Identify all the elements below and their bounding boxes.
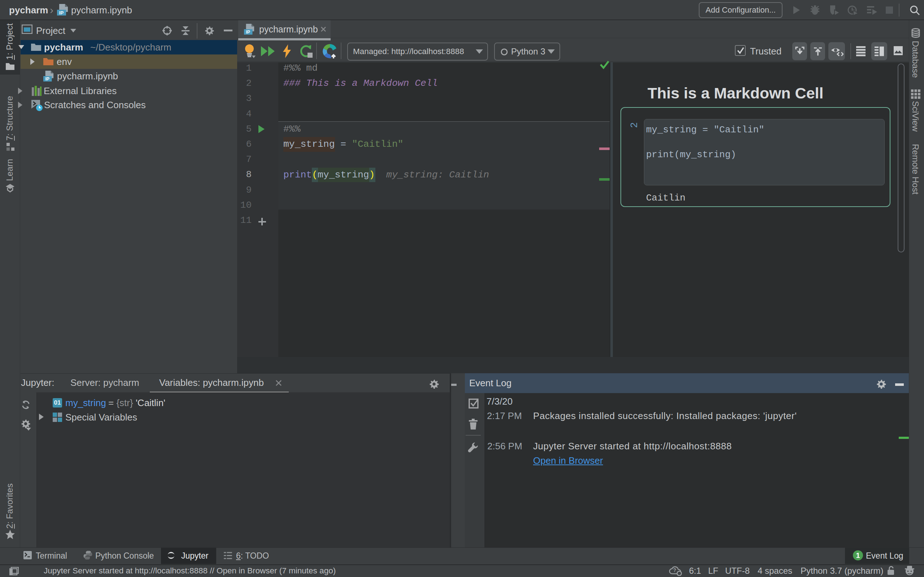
svg-text:?: ? <box>673 567 677 573</box>
svg-text:IP: IP <box>246 29 250 35</box>
svg-text:IP: IP <box>59 10 64 16</box>
svg-text:IP: IP <box>45 76 50 82</box>
